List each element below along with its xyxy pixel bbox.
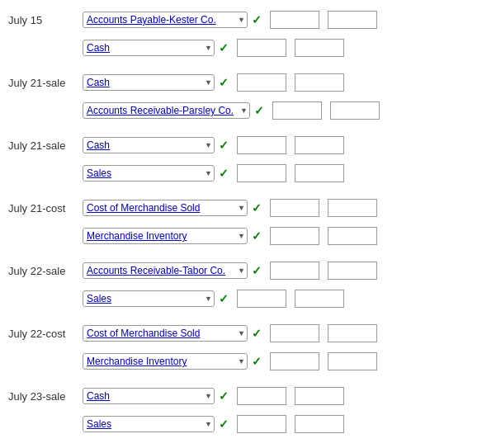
credit-input[interactable] — [295, 164, 344, 182]
account-select[interactable]: Cash — [83, 40, 215, 56]
account-select-wrapper[interactable]: Cost of Merchandise Sold▼ — [83, 200, 248, 216]
account-select[interactable]: Sales — [83, 290, 215, 307]
date-label: July 21-sale — [8, 139, 83, 152]
entry-gap — [8, 315, 482, 322]
table-row: July 22-costCost of Merchandise Sold▼✓ — [8, 322, 482, 345]
date-label: July 22-sale — [8, 265, 83, 277]
table-row: Cash▼✓ — [8, 36, 482, 59]
account-select-wrapper[interactable]: Accounts Payable-Kester Co.▼ — [83, 12, 248, 28]
debit-input[interactable] — [270, 352, 319, 370]
check-icon[interactable]: ✓ — [254, 104, 264, 117]
credit-input[interactable] — [328, 199, 377, 217]
table-row: July 21-costCost of Merchandise Sold▼✓ — [8, 196, 482, 219]
table-row: Sales▼✓ — [8, 413, 482, 436]
account-select[interactable]: Cash — [83, 388, 215, 404]
entry-gap — [8, 441, 482, 447]
account-select[interactable]: Accounts Receivable-Parsley Co. — [83, 102, 250, 119]
account-select-wrapper[interactable]: Sales▼ — [83, 165, 215, 182]
debit-input[interactable] — [237, 136, 286, 154]
table-row: Sales▼✓ — [8, 287, 482, 310]
check-icon[interactable]: ✓ — [219, 76, 229, 89]
date-label: July 22-cost — [8, 328, 83, 340]
account-select[interactable]: Accounts Payable-Kester Co. — [83, 12, 248, 28]
account-select-wrapper[interactable]: Accounts Receivable-Tabor Co.▼ — [83, 262, 248, 279]
credit-input[interactable] — [295, 387, 344, 405]
entry-gap — [8, 190, 482, 196]
account-select[interactable]: Sales — [83, 416, 215, 432]
check-icon[interactable]: ✓ — [219, 41, 229, 54]
credit-input[interactable] — [328, 262, 377, 280]
table-row: July 21-saleCash▼✓ — [8, 134, 482, 157]
debit-input[interactable] — [237, 73, 286, 92]
account-select[interactable]: Merchandise Inventory — [83, 353, 248, 370]
debit-input[interactable] — [237, 387, 286, 405]
table-row: Sales▼✓ — [8, 162, 482, 185]
account-select[interactable]: Cost of Merchandise Sold — [83, 325, 248, 342]
entry-gap — [8, 252, 482, 259]
check-icon[interactable]: ✓ — [219, 417, 229, 431]
check-icon[interactable]: ✓ — [252, 355, 262, 368]
table-row: Accounts Receivable-Parsley Co.▼✓ — [8, 99, 482, 122]
debit-input[interactable] — [270, 11, 319, 29]
account-select[interactable]: Cash — [83, 137, 215, 153]
credit-input[interactable] — [328, 324, 377, 342]
account-select[interactable]: Cash — [83, 74, 215, 91]
account-select-wrapper[interactable]: Merchandise Inventory▼ — [83, 228, 248, 244]
account-select[interactable]: Sales — [83, 165, 215, 182]
account-select[interactable]: Merchandise Inventory — [83, 228, 248, 244]
account-select-wrapper[interactable]: Cash▼ — [83, 74, 215, 91]
account-select-wrapper[interactable]: Cash▼ — [83, 137, 215, 153]
account-select[interactable]: Accounts Receivable-Tabor Co. — [83, 262, 248, 279]
entry-gap — [8, 127, 482, 134]
entry-gap — [8, 64, 482, 71]
check-icon[interactable]: ✓ — [219, 139, 229, 152]
credit-input[interactable] — [295, 39, 344, 57]
check-icon[interactable]: ✓ — [252, 327, 262, 340]
account-select[interactable]: Cost of Merchandise Sold — [83, 200, 248, 216]
account-select-wrapper[interactable]: Sales▼ — [83, 290, 215, 307]
check-icon[interactable]: ✓ — [252, 264, 262, 277]
table-row: July 23-saleCash▼✓ — [8, 384, 482, 408]
check-icon[interactable]: ✓ — [252, 13, 262, 26]
credit-input[interactable] — [328, 352, 377, 370]
table-row: July 22-saleAccounts Receivable-Tabor Co… — [8, 259, 482, 282]
check-icon[interactable]: ✓ — [219, 167, 229, 180]
date-label: July 23-sale — [8, 390, 83, 403]
debit-input[interactable] — [272, 101, 322, 120]
debit-input[interactable] — [237, 164, 286, 182]
debit-input[interactable] — [270, 227, 319, 245]
account-select-wrapper[interactable]: Cost of Merchandise Sold▼ — [83, 325, 248, 342]
credit-input[interactable] — [328, 11, 377, 29]
debit-input[interactable] — [270, 262, 319, 280]
credit-input[interactable] — [295, 73, 344, 92]
check-icon[interactable]: ✓ — [252, 201, 262, 215]
account-select-wrapper[interactable]: Cash▼ — [83, 388, 215, 404]
credit-input[interactable] — [328, 227, 377, 245]
table-row: Merchandise Inventory▼✓ — [8, 350, 482, 373]
credit-input[interactable] — [295, 290, 344, 308]
credit-input[interactable] — [295, 415, 344, 433]
table-row: July 15Accounts Payable-Kester Co.▼✓ — [8, 8, 482, 31]
journal-container: July 15Accounts Payable-Kester Co.▼✓Cash… — [8, 8, 482, 448]
debit-input[interactable] — [237, 415, 286, 433]
debit-input[interactable] — [270, 324, 319, 342]
date-label: July 21-sale — [8, 77, 83, 89]
account-select-wrapper[interactable]: Sales▼ — [83, 416, 215, 432]
debit-input[interactable] — [237, 39, 286, 57]
check-icon[interactable]: ✓ — [219, 389, 229, 403]
debit-input[interactable] — [270, 199, 319, 217]
entry-gap — [8, 378, 482, 384]
date-label: July 15 — [8, 14, 83, 26]
credit-input[interactable] — [295, 136, 344, 154]
check-icon[interactable]: ✓ — [252, 229, 262, 243]
account-select-wrapper[interactable]: Merchandise Inventory▼ — [83, 353, 248, 370]
table-row: July 21-saleCash▼✓ — [8, 71, 482, 94]
table-row: Merchandise Inventory▼✓ — [8, 224, 482, 248]
account-select-wrapper[interactable]: Accounts Receivable-Parsley Co.▼ — [83, 102, 250, 119]
account-select-wrapper[interactable]: Cash▼ — [83, 40, 215, 56]
credit-input[interactable] — [330, 101, 380, 120]
check-icon[interactable]: ✓ — [219, 292, 229, 305]
debit-input[interactable] — [237, 290, 286, 308]
date-label: July 21-cost — [8, 202, 83, 215]
